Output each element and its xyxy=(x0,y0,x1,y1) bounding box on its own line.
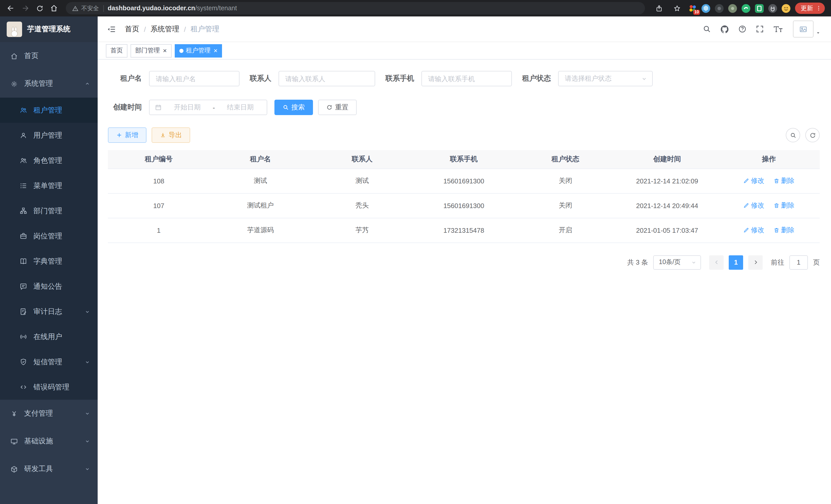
extension-olive-icon[interactable] xyxy=(728,4,737,12)
fullscreen-icon[interactable] xyxy=(755,25,764,33)
font-size-icon[interactable] xyxy=(773,25,783,33)
page-number-1[interactable]: 1 xyxy=(729,255,743,269)
delete-link[interactable]: 删除 xyxy=(773,226,795,235)
browser-reload-button[interactable] xyxy=(33,2,46,15)
delete-link[interactable]: 删除 xyxy=(773,201,795,210)
site-security-chip[interactable]: 不安全 xyxy=(72,4,99,12)
filter-phone: 联系手机 xyxy=(385,71,512,86)
extension-palette-icon[interactable]: 10 xyxy=(688,4,697,12)
filter-contact: 联系人 xyxy=(250,71,375,86)
breadcrumb-system[interactable]: 系统管理 xyxy=(150,24,179,34)
tenant-status-select[interactable]: 请选择租户状态 xyxy=(558,71,653,86)
extension-dark-icon[interactable] xyxy=(715,4,724,12)
extension-blue-icon[interactable] xyxy=(701,4,710,12)
edit-link[interactable]: 修改 xyxy=(743,201,764,210)
address-bar[interactable]: 不安全 dashboard.yudao.iocoder.cn/system/te… xyxy=(66,2,645,14)
sidebar-item-tenant[interactable]: 租户管理 xyxy=(0,98,98,123)
tenant-name-input[interactable] xyxy=(149,71,239,86)
phone-input[interactable] xyxy=(422,71,512,86)
add-button[interactable]: 新增 xyxy=(108,127,146,143)
gear-icon xyxy=(10,80,18,88)
next-page-button[interactable] xyxy=(748,255,763,269)
sidebar-item-error-code[interactable]: 错误码管理 xyxy=(0,375,98,400)
system-submenu: 租户管理 用户管理 角色管理 菜单管理 部门管理 xyxy=(0,98,98,400)
search-button[interactable]: 搜索 xyxy=(275,100,313,115)
tab-tenant[interactable]: 租户管理 × xyxy=(174,44,222,57)
sidebar-item-role[interactable]: 角色管理 xyxy=(0,148,98,173)
app-logo[interactable]: 芋道管理系统 xyxy=(0,17,98,42)
active-tab-dot-icon xyxy=(179,49,183,53)
chevron-down-icon xyxy=(85,467,90,472)
sidebar-item-post[interactable]: 岗位管理 xyxy=(0,224,98,249)
edit-link[interactable]: 修改 xyxy=(743,226,764,235)
help-icon[interactable] xyxy=(738,25,747,33)
browser-back-button[interactable] xyxy=(4,2,18,15)
plus-icon xyxy=(116,132,122,138)
tab-dept[interactable]: 部门管理 × xyxy=(131,44,171,57)
chevron-down-icon xyxy=(85,359,90,364)
tab-close-icon[interactable]: × xyxy=(213,47,218,54)
create-time-label: 创建时间 xyxy=(108,103,142,112)
home-icon xyxy=(10,52,18,60)
sidebar-item-notice[interactable]: 通知公告 xyxy=(0,274,98,299)
monitor-icon xyxy=(10,438,18,445)
share-icon[interactable] xyxy=(652,2,665,15)
header-search-icon[interactable] xyxy=(703,25,711,33)
sidebar-item-sms[interactable]: 短信管理 xyxy=(0,349,98,375)
create-time-range-picker[interactable]: 开始日期 - 结束日期 xyxy=(149,100,267,115)
extension-green-circle-icon[interactable] xyxy=(742,4,750,12)
sidebar-item-system[interactable]: 系统管理 xyxy=(0,70,98,98)
export-button[interactable]: 导出 xyxy=(152,127,190,143)
sidebar-fold-button[interactable] xyxy=(107,24,116,34)
prev-page-button[interactable] xyxy=(709,255,724,269)
goto-page-input[interactable] xyxy=(790,255,808,269)
extension-green-square-icon[interactable] xyxy=(755,4,764,12)
select-caret-icon xyxy=(691,260,696,265)
bookmark-star-icon[interactable] xyxy=(670,2,684,15)
sidebar-item-home[interactable]: 首页 xyxy=(0,42,98,70)
sidebar-item-menu[interactable]: 菜单管理 xyxy=(0,173,98,198)
tab-home[interactable]: 首页 xyxy=(106,44,127,57)
total-count: 共 3 条 xyxy=(627,258,648,267)
sidebar-item-audit-log[interactable]: 审计日志 xyxy=(0,299,98,324)
tenant-table: 租户编号 租户名 联系人 联系手机 租户状态 创建时间 操作 108 测试 xyxy=(108,150,820,243)
sidebar-item-infra[interactable]: 基础设施 xyxy=(0,427,98,455)
tab-close-icon[interactable]: × xyxy=(163,47,167,54)
breadcrumb-home[interactable]: 首页 xyxy=(125,24,139,34)
reset-button[interactable]: 重置 xyxy=(318,100,357,115)
extension-plug-icon[interactable] xyxy=(768,4,777,12)
filter-tenant-name: 租户名 xyxy=(108,71,239,86)
github-icon[interactable] xyxy=(720,24,729,34)
calendar-icon xyxy=(155,104,162,111)
shield-icon xyxy=(20,358,27,366)
start-date-placeholder: 开始日期 xyxy=(166,103,209,112)
edit-link[interactable]: 修改 xyxy=(743,176,764,185)
browser-update-button[interactable]: 更新 xyxy=(795,3,825,14)
filter-status: 租户状态 请选择租户状态 xyxy=(522,71,653,86)
browser-home-button[interactable] xyxy=(47,2,61,15)
sidebar-item-payment[interactable]: 支付管理 xyxy=(0,400,98,427)
sidebar-item-user[interactable]: 用户管理 xyxy=(0,123,98,148)
sidebar-item-devtools[interactable]: 研发工具 xyxy=(0,455,98,483)
warning-icon xyxy=(72,5,79,11)
sidebar-item-online-users[interactable]: 在线用户 xyxy=(0,324,98,349)
contact-input[interactable] xyxy=(279,71,375,86)
breadcrumb-current: 租户管理 xyxy=(191,24,220,34)
toggle-search-button[interactable] xyxy=(786,128,800,142)
table-row: 1 芋道源码 芋艿 17321315478 开启 2021-01-05 17:0… xyxy=(108,218,820,242)
sidebar-item-dict[interactable]: 字典管理 xyxy=(0,249,98,274)
extension-badge: 10 xyxy=(693,9,700,14)
book-icon xyxy=(20,258,27,265)
kebab-menu-icon xyxy=(815,5,822,11)
breadcrumb-separator: / xyxy=(184,25,186,33)
extension-yellow-icon[interactable] xyxy=(782,4,791,12)
refresh-table-button[interactable] xyxy=(805,128,820,142)
search-icon xyxy=(790,132,796,139)
security-label: 不安全 xyxy=(81,4,99,12)
delete-link[interactable]: 删除 xyxy=(773,176,795,185)
page-size-select[interactable]: 10条/页 xyxy=(653,255,701,269)
avatar-image xyxy=(793,21,813,37)
sidebar-item-dept[interactable]: 部门管理 xyxy=(0,198,98,224)
user-avatar[interactable] xyxy=(793,21,821,37)
browser-forward-button[interactable] xyxy=(19,2,32,15)
